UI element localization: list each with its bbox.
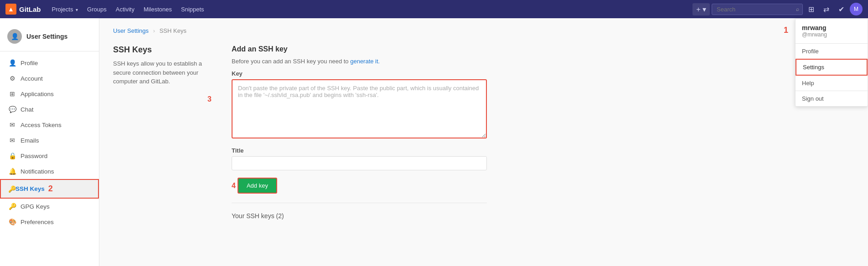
- chat-icon: 💬: [9, 106, 16, 113]
- sidebar-title: User Settings: [26, 33, 67, 40]
- emails-icon: ✉: [9, 137, 16, 144]
- nav-snippets[interactable]: Snippets: [177, 4, 208, 15]
- nav-projects[interactable]: Projects ▾: [48, 4, 82, 15]
- nav-activity[interactable]: Activity: [112, 4, 138, 15]
- left-panel: SSH Keys SSH keys allow you to establish…: [113, 45, 213, 220]
- applications-icon: ⊞: [9, 90, 16, 97]
- your-ssh-keys-title: Your SSH keys (2): [232, 212, 487, 220]
- create-new-button[interactable]: + ▾: [692, 3, 710, 15]
- sidebar-item-emails[interactable]: ✉ Emails: [0, 133, 99, 148]
- nav-milestones[interactable]: Milestones: [140, 4, 176, 15]
- sidebar-item-profile[interactable]: 👤 Profile: [0, 55, 99, 71]
- breadcrumb-current: SSH Keys: [160, 27, 186, 34]
- dropdown-profile-link[interactable]: Profile: [796, 44, 868, 59]
- title-input[interactable]: [232, 156, 487, 170]
- key-textarea[interactable]: [232, 79, 487, 138]
- annotation-2: 2: [48, 184, 53, 194]
- dropdown-handle: @mrwang: [802, 31, 861, 38]
- sidebar-item-access-tokens[interactable]: ✉ Access Tokens: [0, 117, 99, 133]
- sidebar-label-applications: Applications: [21, 91, 54, 97]
- sidebar-label-notifications: Notifications: [21, 168, 54, 175]
- sidebar-label-profile: Profile: [21, 60, 38, 66]
- dropdown-signout-link[interactable]: Sign out: [796, 91, 868, 106]
- key-form-group: Key: [232, 70, 487, 140]
- title-label: Title: [232, 147, 487, 154]
- dropdown-settings-link[interactable]: Settings: [796, 59, 868, 76]
- sidebar-label-emails: Emails: [21, 137, 39, 144]
- top-navigation: ▲ GitLab Projects ▾ Groups Activity Mile…: [0, 0, 868, 18]
- dropdown-help-link[interactable]: Help: [796, 76, 868, 91]
- logo-text: GitLab: [19, 5, 41, 13]
- password-icon: 🔒: [9, 152, 16, 159]
- page-description: SSH keys allow you to establish a secure…: [113, 59, 213, 86]
- search-wrapper: ⌕: [712, 4, 803, 15]
- add-key-button[interactable]: Add key: [238, 178, 277, 194]
- sidebar-item-ssh-keys[interactable]: 🔑 SSH Keys 2: [0, 179, 99, 199]
- preferences-icon: 🎨: [9, 218, 16, 225]
- top-nav-links: Projects ▾ Groups Activity Milestones Sn…: [48, 4, 208, 15]
- top-nav-right: + ▾ ⌕ ⊞ ⇄ ✔ M: [692, 3, 863, 15]
- main-content: User Settings › SSH Keys SSH Keys SSH ke…: [99, 18, 868, 266]
- sidebar-label-access-tokens: Access Tokens: [21, 122, 62, 128]
- dropdown-header: mrwang @mrwang: [796, 19, 868, 44]
- annotation-1: 1: [784, 26, 788, 35]
- generate-link[interactable]: generate it.: [350, 58, 380, 65]
- annotation-3: 3: [207, 95, 212, 103]
- sidebar-item-chat[interactable]: 💬 Chat: [0, 102, 99, 117]
- nav-groups[interactable]: Groups: [83, 4, 110, 15]
- breadcrumb: User Settings › SSH Keys: [113, 27, 854, 34]
- sidebar-label-ssh-keys: SSH Keys: [16, 185, 45, 192]
- sidebar-label-gpg-keys: GPG Keys: [21, 203, 50, 210]
- sidebar-label-chat: Chat: [21, 106, 34, 113]
- right-panel: Add an SSH key Before you can add an SSH…: [232, 45, 487, 220]
- breadcrumb-parent-link[interactable]: User Settings: [113, 27, 149, 34]
- logo[interactable]: ▲ GitLab: [5, 4, 41, 15]
- merge-request-icon[interactable]: ⇄: [820, 3, 833, 15]
- gitlab-logo-icon: ▲: [5, 4, 16, 15]
- sidebar-item-gpg-keys[interactable]: 🔑 GPG Keys: [0, 199, 99, 214]
- sidebar-item-account[interactable]: ⚙ Account: [0, 71, 99, 86]
- annotation-4: 4: [232, 182, 236, 190]
- sidebar: 👤 User Settings 👤 Profile ⚙ Account ⊞ Ap…: [0, 18, 99, 266]
- sidebar-item-password[interactable]: 🔒 Password: [0, 148, 99, 164]
- sidebar-label-password: Password: [21, 153, 47, 159]
- page-layout: 👤 User Settings 👤 Profile ⚙ Account ⊞ Ap…: [0, 18, 868, 266]
- ssh-keys-icon: 🔑: [8, 185, 16, 193]
- breadcrumb-separator: ›: [153, 27, 155, 34]
- sidebar-item-notifications[interactable]: 🔔 Notifications: [0, 164, 99, 179]
- add-key-row: 4 Add key: [232, 178, 487, 194]
- projects-dropdown-arrow: ▾: [76, 7, 78, 12]
- profile-icon: 👤: [9, 59, 16, 66]
- page-title: SSH Keys: [113, 45, 213, 55]
- notifications-icon: 🔔: [9, 168, 16, 175]
- gpg-keys-icon: 🔑: [9, 203, 16, 210]
- sidebar-label-account: Account: [21, 75, 43, 82]
- generate-text: Before you can add an SSH key you need t…: [232, 58, 487, 65]
- ssh-keys-row: 🔑 SSH Keys 2: [8, 184, 53, 194]
- sidebar-item-preferences[interactable]: 🎨 Preferences: [0, 214, 99, 230]
- section-title: Add an SSH key: [232, 45, 487, 53]
- separator: [232, 203, 487, 203]
- sidebar-label-preferences: Preferences: [21, 219, 54, 225]
- user-avatar-button[interactable]: M: [850, 3, 863, 15]
- generate-text-before: Before you can add an SSH key you need t…: [232, 58, 349, 65]
- content-wrapper: SSH Keys SSH keys allow you to establish…: [113, 45, 854, 220]
- sidebar-header: 👤 User Settings: [0, 26, 99, 51]
- access-tokens-icon: ✉: [9, 121, 16, 128]
- user-dropdown: mrwang @mrwang Profile Settings Help Sig…: [795, 18, 868, 107]
- sidebar-item-applications[interactable]: ⊞ Applications: [0, 86, 99, 102]
- account-icon: ⚙: [9, 75, 16, 82]
- sidebar-avatar: 👤: [7, 29, 22, 44]
- dropdown-username: mrwang: [802, 24, 861, 31]
- title-form-group: Title: [232, 147, 487, 170]
- search-icon: ⌕: [796, 6, 799, 12]
- issues-icon[interactable]: ✔: [835, 3, 848, 15]
- search-input[interactable]: [712, 4, 803, 15]
- layout-icon[interactable]: ⊞: [805, 3, 818, 15]
- key-label: Key: [232, 70, 487, 77]
